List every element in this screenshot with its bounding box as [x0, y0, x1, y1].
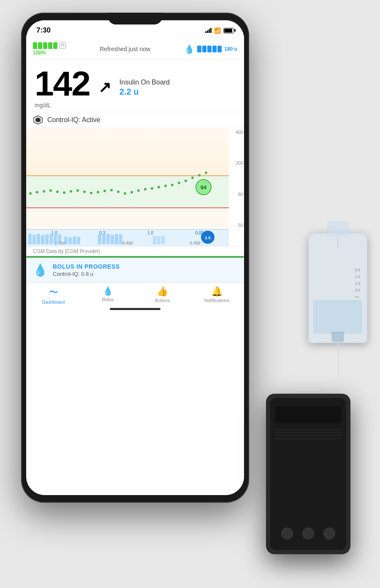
nav-label-notifications: Notifications: [204, 298, 230, 303]
svg-rect-47: [115, 234, 118, 244]
svg-rect-34: [41, 235, 44, 244]
pump-battery-section: 100%: [33, 42, 66, 56]
ins-bar-5: [217, 46, 222, 52]
svg-point-14: [110, 189, 113, 191]
bat-bar-2: [38, 42, 42, 49]
svg-point-9: [76, 189, 79, 192]
basal-row: 2.5 1.0 0.3 1.0 0.05: [26, 229, 229, 246]
dashboard-icon: 〜: [49, 286, 58, 299]
graph-container[interactable]: 94 400 200 80 50: [26, 128, 244, 246]
y-label-50: 50: [230, 223, 243, 228]
svg-point-16: [124, 192, 126, 195]
pump-tubing: [338, 342, 339, 376]
pump-vents: [275, 430, 341, 441]
reservoir-top: [327, 221, 348, 236]
bolus-title: BOLUS IN PROGRESS: [53, 263, 120, 270]
bolus-subtitle: Control-IQ: 0.8 u: [53, 271, 120, 277]
iob-value: 2.2 u: [119, 87, 170, 97]
control-iq-text: Control-IQ: Active: [47, 116, 100, 124]
svg-point-19: [144, 188, 147, 191]
svg-rect-50: [157, 237, 160, 245]
phone-notch: [108, 13, 163, 24]
svg-point-4: [43, 190, 45, 193]
svg-point-6: [56, 191, 59, 193]
iob-section: Insulin On Board 2.2 u: [119, 79, 170, 97]
svg-rect-35: [45, 234, 49, 244]
svg-marker-1: [36, 118, 40, 122]
svg-rect-42: [77, 237, 80, 245]
pump-button-row: [277, 528, 340, 539]
y-label-400: 400: [230, 130, 243, 135]
nav-item-bolus[interactable]: 💧 Bolus: [81, 283, 135, 306]
home-indicator: [110, 308, 160, 310]
wifi-icon: 📶: [214, 27, 221, 34]
svg-point-13: [103, 190, 106, 192]
svg-point-22: [164, 185, 167, 187]
graph-y-axis: 400 200 80 50: [229, 128, 244, 229]
svg-point-11: [90, 192, 92, 194]
battery-pct: 100%: [33, 50, 46, 56]
cgm-provider-text: CGM Data by [CGM Provider]: [26, 246, 244, 256]
bolus-text-wrap: BOLUS IN PROGRESS Control-IQ: 0.8 u: [53, 263, 120, 277]
insulin-section: 💧 180 u: [184, 44, 237, 54]
bat-bar-1: [33, 42, 37, 49]
svg-point-24: [178, 182, 180, 184]
nav-label-actions: Actions: [155, 298, 170, 303]
glucose-unit: mg/dL: [35, 102, 90, 109]
svg-rect-46: [111, 235, 114, 244]
status-time: 7:30: [36, 26, 51, 35]
y-label-200: 200: [230, 161, 243, 166]
phone-frame: 7:30 📶: [21, 13, 249, 503]
svg-point-7: [63, 191, 65, 194]
nav-item-notifications[interactable]: 🔔 Notifications: [190, 283, 244, 306]
pump-body: [266, 394, 350, 554]
pump-btn-2[interactable]: [302, 528, 314, 539]
control-iq-icon: [33, 115, 43, 125]
reservoir-scale: 0.5 1.0 1.5 2.0 mL: [355, 267, 360, 300]
notifications-icon: 🔔: [211, 286, 223, 297]
ins-bar-4: [212, 46, 217, 52]
reservoir-fill: [313, 300, 362, 334]
nav-item-dashboard[interactable]: 〜 Dashboard: [26, 283, 81, 306]
pump-battery-bars: [33, 42, 66, 49]
ins-bar-2: [202, 46, 206, 52]
signal-bars-icon: [205, 28, 212, 33]
svg-point-10: [83, 191, 86, 193]
svg-point-17: [130, 191, 133, 193]
y-label-80: 80: [230, 192, 243, 197]
nav-item-actions[interactable]: 👍 Actions: [135, 283, 190, 306]
basal-bars-svg: 2.5: [26, 230, 229, 246]
svg-rect-33: [37, 234, 40, 244]
svg-rect-43: [98, 234, 101, 244]
bolus-icon: 💧: [103, 286, 113, 296]
svg-rect-36: [49, 234, 53, 244]
reservoir-connector: [337, 238, 338, 247]
reservoir-screw: [331, 332, 344, 342]
bat-bar-4: [48, 42, 52, 49]
insulin-amount: 180 u: [224, 46, 237, 52]
refresh-text: Refreshed just now: [100, 46, 150, 52]
svg-point-20: [151, 187, 153, 190]
bottom-nav: 〜 Dashboard 💧 Bolus 👍 Actions 🔔 Notifica…: [26, 282, 244, 306]
control-iq-bar: Control-IQ: Active: [26, 112, 244, 128]
svg-rect-39: [64, 237, 68, 245]
cgm-provider-section: CGM Data by [CGM Provider]: [26, 246, 244, 258]
insulin-bars: [197, 46, 222, 52]
status-icons: 📶: [205, 27, 234, 34]
battery-icon: [223, 28, 234, 33]
app-content: 100% Refreshed just now 💧 180 u: [26, 39, 244, 495]
nav-label-bolus: Bolus: [102, 297, 114, 302]
insulin-drop-icon: 💧: [184, 44, 195, 54]
scene: 7:30 📶: [0, 0, 380, 588]
pump-btn-3[interactable]: [323, 528, 335, 539]
svg-point-26: [191, 177, 194, 179]
svg-point-23: [171, 184, 174, 186]
bolus-drop-icon: 💧: [33, 263, 48, 277]
nav-label-dashboard: Dashboard: [42, 299, 65, 305]
cgm-chart-svg: 94: [26, 128, 229, 229]
pump-screen: [275, 406, 341, 423]
ins-bar-3: [207, 46, 212, 52]
svg-rect-37: [54, 235, 57, 244]
pump-btn-1[interactable]: [281, 528, 293, 539]
svg-point-21: [157, 186, 160, 188]
